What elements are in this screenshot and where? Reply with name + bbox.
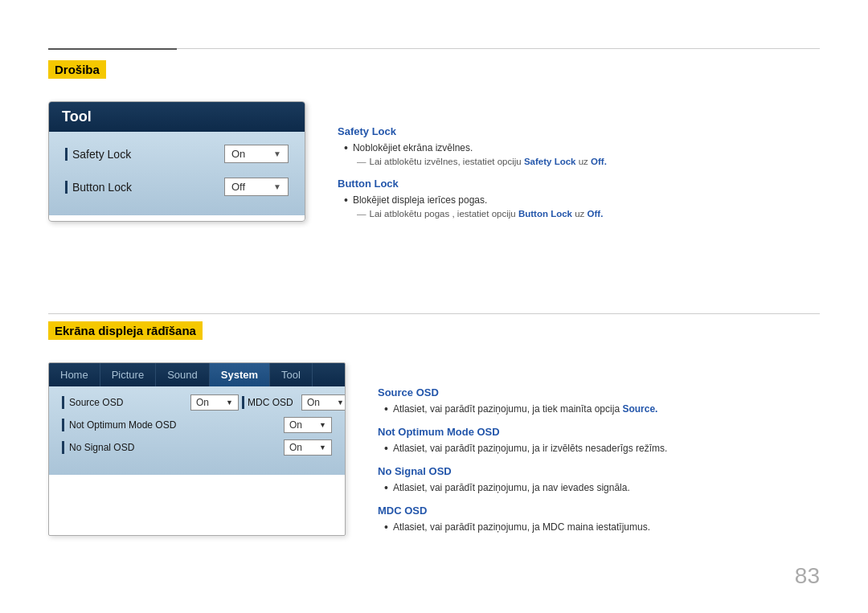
osd-panel: Home Picture Sound System Tool <box>48 362 346 536</box>
section-ekrana: Ekrāna displeja rādīšana Home Picture So… <box>48 321 820 536</box>
section1-title: Drošiba <box>48 60 106 79</box>
section2-title: Ekrāna displeja rādīšana <box>48 321 203 340</box>
tab-tool[interactable]: Tool <box>270 363 313 386</box>
osd-bar-2 <box>62 419 64 431</box>
osd-row-source: Source OSD On ▼ MDC OSD On ▼ <box>62 394 332 411</box>
tool-panel-body: Safety Lock On ▼ Button Lock Off ▼ <box>49 132 305 215</box>
mdc-osd-bullet: Atlasiet, vai parādīt paziņojumu, ja MDC… <box>378 521 820 533</box>
osd-tabs: Home Picture Sound System Tool <box>49 363 345 386</box>
tool-row-button-lock: Button Lock Off ▼ <box>65 178 289 196</box>
button-lock-highlight: Button Lock <box>518 209 572 219</box>
source-osd-title: Source OSD <box>378 386 820 398</box>
arrow-not-optimum: ▼ <box>319 421 326 429</box>
tool-row-safety-lock: Safety Lock On ▼ <box>65 145 289 163</box>
safety-lock-sub: Lai atblokētu izvēlnes, iestatiet opciju… <box>338 157 820 166</box>
button-lock-select[interactable]: Off ▼ <box>224 178 289 196</box>
tab-home[interactable]: Home <box>49 363 100 386</box>
top-line-accent <box>48 48 177 50</box>
tab-system[interactable]: System <box>210 363 270 386</box>
page-number: 83 <box>795 563 820 589</box>
not-optimum-select[interactable]: On ▼ <box>284 417 332 433</box>
bar-indicator-2 <box>65 181 68 194</box>
tool-panel: Tool Safety Lock On ▼ <box>48 101 305 222</box>
no-signal-title: No Signal OSD <box>378 465 820 477</box>
arrow-mdc: ▼ <box>337 398 344 407</box>
tab-picture[interactable]: Picture <box>100 363 156 386</box>
mdc-osd-select[interactable]: On ▼ <box>301 394 346 411</box>
button-lock-title: Button Lock <box>338 178 820 190</box>
source-highlight: Source. <box>622 403 657 415</box>
no-signal-select[interactable]: On ▼ <box>284 439 332 456</box>
mdc-osd-title: MDC OSD <box>378 505 820 517</box>
button-lock-label: Button Lock <box>65 181 132 194</box>
bar-indicator <box>65 148 68 161</box>
tool-panel-header: Tool <box>49 102 305 132</box>
button-lock-sub: Lai atblokētu pogas , iestatiet opciju B… <box>338 209 820 219</box>
osd-row-no-signal: No Signal OSD On ▼ <box>62 439 332 456</box>
not-optimum-bullet: Atlasiet, vai parādīt paziņojumu, ja ir … <box>378 443 820 454</box>
button-lock-off: Off. <box>588 209 604 219</box>
mid-line <box>48 313 820 314</box>
not-optimum-title: Not Optimum Mode OSD <box>378 426 820 438</box>
safety-lock-title: Safety Lock <box>338 125 820 137</box>
dropdown-arrow-2: ▼ <box>273 182 281 191</box>
dropdown-arrow: ▼ <box>273 149 281 158</box>
tab-sound[interactable]: Sound <box>156 363 210 386</box>
source-osd-select[interactable]: On ▼ <box>190 394 239 411</box>
osd-body: Source OSD On ▼ MDC OSD On ▼ <box>49 386 345 475</box>
safety-lock-highlight: Safety Lock <box>524 157 576 166</box>
osd-bar-mdc <box>242 396 244 409</box>
no-signal-bullet: Atlasiet, vai parādīt paziņojumu, ja nav… <box>378 482 820 493</box>
osd-bar-3 <box>62 441 64 454</box>
arrow-no-signal: ▼ <box>319 443 326 452</box>
safety-lock-off: Off. <box>591 157 607 166</box>
section-drosiba: Drošiba Tool Safety Lock On ▼ <box>48 60 820 222</box>
desc-panel-2: Source OSD Atlasiet, vai parādīt paziņoj… <box>378 362 820 536</box>
source-osd-bullet: Atlasiet, vai parādīt paziņojumu, ja tie… <box>378 403 820 415</box>
osd-row-not-optimum: Not Optimum Mode OSD On ▼ <box>62 417 332 433</box>
safety-lock-label: Safety Lock <box>65 148 131 161</box>
desc-panel-1: Safety Lock Noblokējiet ekrāna izvēlnes.… <box>338 101 820 222</box>
safety-lock-bullet: Noblokējiet ekrāna izvēlnes. <box>338 142 820 153</box>
button-lock-bullet: Blokējiet displeja ierīces pogas. <box>338 194 820 206</box>
safety-lock-select[interactable]: On ▼ <box>224 145 289 163</box>
arrow-source: ▼ <box>226 398 233 407</box>
osd-bar-1 <box>62 396 64 409</box>
